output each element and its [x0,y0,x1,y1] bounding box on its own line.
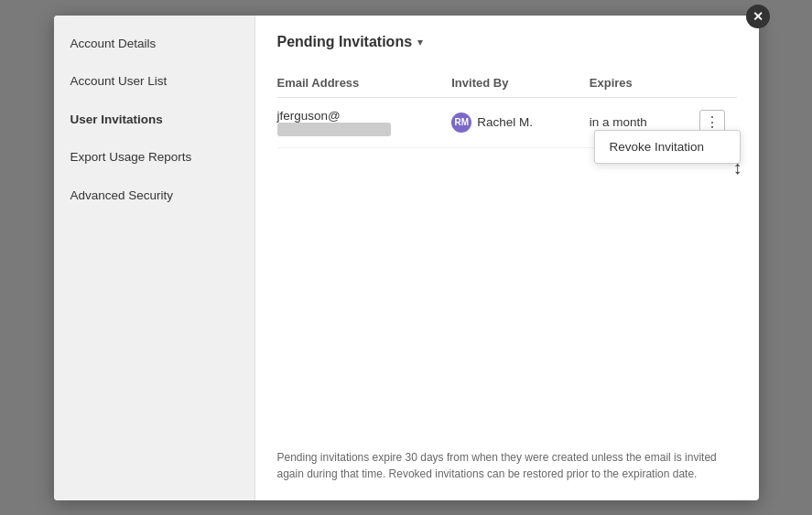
cell-email: jferguson@██████████.com [277,97,452,148]
sidebar-item-account-user-list[interactable]: Account User List [54,62,254,101]
dropdown-arrow-icon[interactable]: ▾ [417,36,423,48]
col-header-actions [699,69,736,98]
context-menu: Revoke Invitation [594,130,741,164]
sidebar: Account Details Account User List User I… [54,16,255,500]
section-header: Pending Invitations ▾ [277,34,737,50]
footer-note: Pending invitations expire 30 days from … [277,435,737,482]
email-redacted: ██████████.com [277,123,391,136]
sidebar-item-advanced-security[interactable]: Advanced Security [54,177,254,215]
cell-invited-by: RM Rachel M. [451,97,590,148]
col-header-invited-by: Invited By [451,69,590,98]
invited-by-cell: RM Rachel M. [451,113,590,133]
email-prefix: jferguson@ [277,109,341,123]
section-title: Pending Invitations [277,34,413,50]
sidebar-item-account-details[interactable]: Account Details [54,25,254,63]
sidebar-item-label: Account Details [70,37,157,50]
close-button[interactable]: ✕ [746,5,770,28]
invited-by-name: Rachel M. [477,115,533,129]
main-content: Pending Invitations ▾ Email Address Invi… [255,16,759,500]
sidebar-item-user-invitations[interactable]: User Invitations [54,101,254,139]
avatar: RM [451,113,471,133]
revoke-invitation-item[interactable]: Revoke Invitation [595,131,740,163]
col-header-expires: Expires [590,69,699,98]
sidebar-item-label: User Invitations [70,113,163,126]
sidebar-item-export-usage-reports[interactable]: Export Usage Reports [54,138,254,177]
modal: ✕ Account Details Account User List User… [54,16,759,500]
sidebar-item-label: Account User List [70,74,168,88]
col-header-email: Email Address [277,69,452,98]
sidebar-item-label: Advanced Security [70,188,174,202]
sidebar-item-label: Export Usage Reports [70,150,192,164]
